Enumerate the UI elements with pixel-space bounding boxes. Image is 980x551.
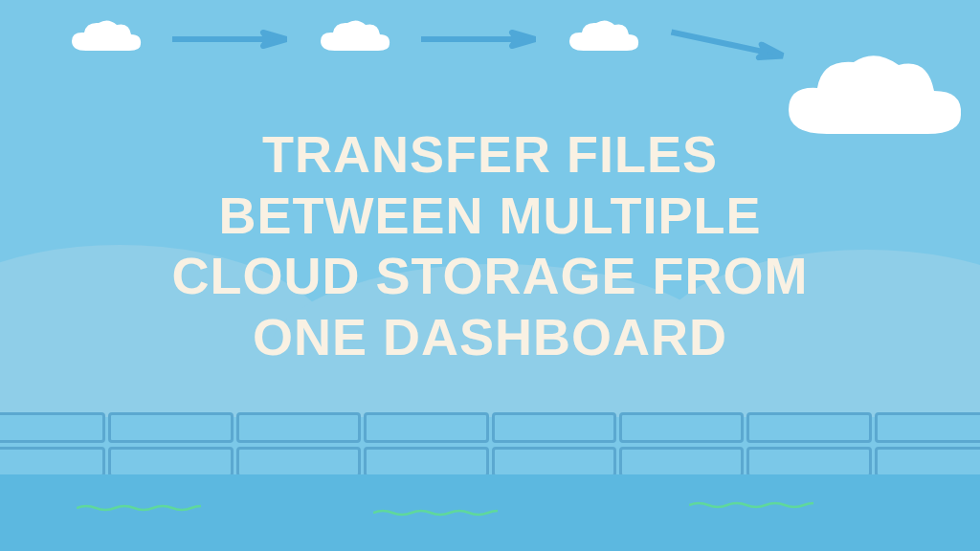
wave-icon	[77, 498, 201, 506]
container-box	[364, 412, 488, 443]
wave-icon	[689, 496, 813, 503]
cloud-flow	[67, 17, 785, 60]
wave-icon	[373, 503, 498, 511]
headline-line: TRANSFER FILES	[0, 124, 980, 186]
cloud-icon	[67, 17, 144, 60]
container-box	[746, 412, 871, 443]
arrow-icon	[421, 30, 536, 49]
container-box	[364, 447, 488, 477]
container-box	[236, 447, 361, 477]
container-box	[108, 412, 233, 443]
water-section	[0, 474, 980, 551]
container-box	[746, 447, 871, 477]
headline-line: ONE DASHBOARD	[0, 307, 980, 368]
container-box	[619, 447, 744, 477]
container-box	[875, 447, 980, 477]
headline: TRANSFER FILES BETWEEN MULTIPLE CLOUD ST…	[0, 124, 980, 368]
container-row	[0, 447, 980, 477]
arrow-icon	[669, 22, 786, 65]
container-box	[619, 412, 744, 443]
cloud-icon	[565, 17, 641, 60]
container-box	[0, 412, 105, 443]
container-row	[0, 412, 980, 443]
container-box	[236, 412, 361, 443]
container-box	[875, 412, 980, 443]
container-box	[492, 447, 616, 477]
container-stack	[0, 412, 980, 479]
headline-line: CLOUD STORAGE FROM	[0, 246, 980, 307]
headline-line: BETWEEN MULTIPLE	[0, 186, 980, 247]
container-box	[492, 412, 616, 443]
container-box	[0, 447, 105, 477]
container-box	[108, 447, 233, 477]
arrow-icon	[172, 30, 287, 49]
cloud-icon	[316, 17, 392, 60]
